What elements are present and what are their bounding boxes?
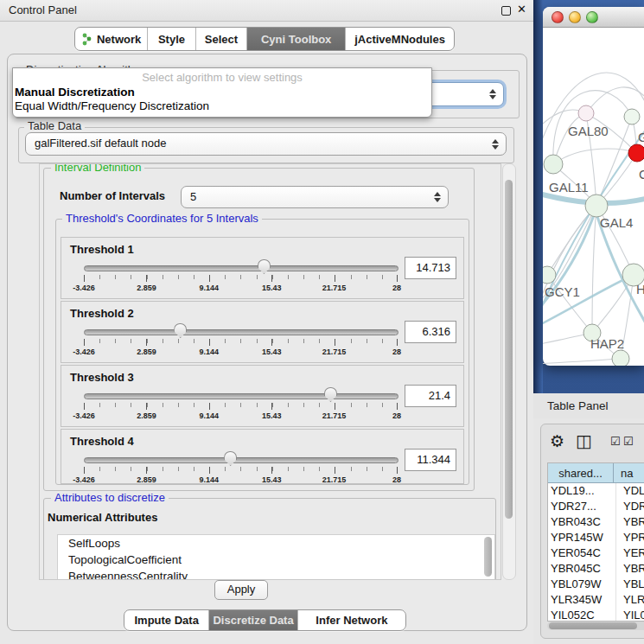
dropdown-option-manual-discretization[interactable]: Manual Discretization bbox=[15, 86, 135, 99]
slider-track[interactable] bbox=[84, 329, 399, 335]
node-gal11[interactable] bbox=[544, 155, 563, 174]
cell-name[interactable]: YDR2 bbox=[616, 499, 644, 514]
threshold-slider[interactable]: -3.426 2.859 9.144 15.43 21.715 28 bbox=[84, 324, 397, 359]
cell-shared-name[interactable]: YPR145W bbox=[548, 530, 616, 545]
node-label-gcy1: GCY1 bbox=[545, 284, 580, 299]
cell-shared-name[interactable]: YBL079W bbox=[548, 577, 616, 592]
horizontal-scrollbar[interactable] bbox=[547, 622, 644, 630]
cell-shared-name[interactable]: YER054C bbox=[548, 545, 616, 561]
slider-thumb[interactable] bbox=[174, 323, 187, 338]
number-of-intervals-combobox[interactable]: 5 bbox=[181, 186, 449, 208]
cell-shared-name[interactable]: YDR27... bbox=[548, 499, 616, 514]
network-window-titlebar[interactable] bbox=[543, 7, 644, 28]
interval-definition-group-title: Interval Definition bbox=[51, 163, 144, 174]
table-data-combobox[interactable]: galFiltered.sif default node bbox=[25, 132, 507, 156]
scrollbar-thumb[interactable] bbox=[505, 180, 513, 519]
slider-thumb[interactable] bbox=[324, 387, 337, 402]
tick-label: 2.859 bbox=[137, 284, 156, 292]
slider-tick-marks bbox=[84, 403, 398, 407]
tick-label: 28 bbox=[392, 411, 401, 420]
gear-icon[interactable]: ⚙ bbox=[550, 431, 564, 451]
tab-style[interactable]: Style bbox=[148, 28, 196, 50]
tick-label: -3.426 bbox=[73, 475, 95, 484]
float-window-icon[interactable] bbox=[501, 6, 511, 16]
close-icon[interactable]: ✕ bbox=[517, 3, 526, 16]
cell-name[interactable]: YBR0 bbox=[616, 561, 644, 577]
split-view-icon[interactable]: ◫ bbox=[576, 430, 592, 451]
dropdown-option-equal-width-frequency[interactable]: Equal Width/Frequency Discretization bbox=[15, 99, 209, 112]
cell-name[interactable]: YBR0 bbox=[616, 514, 644, 530]
table-row[interactable]: YBL079WYBL0 bbox=[548, 577, 644, 592]
threshold-value-field[interactable]: 6.316 bbox=[405, 321, 456, 343]
attributes-group-title: Attributes to discretize bbox=[51, 491, 169, 504]
threshold-slider[interactable]: -3.426 2.859 9.144 15.43 21.715 28 bbox=[84, 388, 397, 423]
slider-track[interactable] bbox=[84, 393, 399, 399]
table-row[interactable]: YER054CYER0 bbox=[548, 545, 644, 561]
column-header-shared-name[interactable]: shared... bbox=[548, 463, 614, 483]
cell-shared-name[interactable]: YDL19... bbox=[548, 483, 616, 499]
tab-jactivemnodules[interactable]: jActiveMNodules bbox=[346, 28, 454, 50]
list-item[interactable]: BetweennessCentrality bbox=[58, 568, 494, 580]
tick-label: 15.43 bbox=[262, 475, 282, 484]
table-header-row: shared... na bbox=[548, 463, 644, 483]
node-bottom[interactable] bbox=[612, 350, 629, 366]
scrollbar-thumb[interactable] bbox=[549, 622, 637, 629]
node-selected-red[interactable] bbox=[628, 144, 644, 162]
table-row[interactable]: YIL052CYIL0 bbox=[548, 608, 644, 622]
node-gal80[interactable] bbox=[578, 105, 594, 121]
tick-label: 9.144 bbox=[200, 475, 220, 484]
tab-impute-data[interactable]: Impute Data bbox=[124, 610, 209, 630]
threshold-value-field[interactable]: 11.344 bbox=[405, 449, 456, 471]
tab-network[interactable]: Network bbox=[75, 28, 148, 50]
table-row[interactable]: YLR345WYLR3 bbox=[548, 592, 644, 608]
thresholds-group: Threshold's Coordinates for 5 Intervals … bbox=[55, 219, 469, 485]
tab-select[interactable]: Select bbox=[196, 28, 247, 50]
cell-name[interactable]: YPR1 bbox=[616, 530, 644, 545]
list-item[interactable]: TopologicalCoefficient bbox=[58, 552, 494, 568]
table-row[interactable]: YPR145WYPR1 bbox=[548, 530, 644, 545]
tick-label: 21.715 bbox=[322, 475, 347, 484]
checked-checkbox-icon[interactable]: ☑ bbox=[623, 435, 634, 448]
table-row[interactable]: YDL19...YDL1 bbox=[548, 483, 644, 499]
slider-thumb[interactable] bbox=[224, 451, 237, 466]
tab-infer-network[interactable]: Infer Network bbox=[298, 610, 405, 630]
list-scrollbar[interactable] bbox=[484, 537, 492, 577]
column-header-name[interactable]: na bbox=[614, 463, 644, 483]
apply-button[interactable]: Apply bbox=[214, 580, 268, 600]
cell-shared-name[interactable]: YIL052C bbox=[548, 608, 616, 622]
slider-thumb[interactable] bbox=[258, 259, 271, 274]
minimize-traffic-light-icon[interactable] bbox=[569, 11, 581, 23]
threshold-value-field[interactable]: 21.4 bbox=[405, 385, 456, 407]
cell-shared-name[interactable]: YBR045C bbox=[548, 561, 616, 577]
node-label-ga: GA bbox=[638, 130, 644, 144]
threshold-slider[interactable]: -3.426 2.859 9.144 15.43 21.715 28 bbox=[84, 260, 397, 295]
threshold-label: Threshold 2 bbox=[70, 307, 134, 320]
node-gcy1[interactable] bbox=[543, 266, 556, 284]
threshold-value-field[interactable]: 14.713 bbox=[405, 257, 456, 279]
tab-discretize-data[interactable]: Discretize Data bbox=[209, 610, 297, 630]
cell-name[interactable]: YER0 bbox=[616, 545, 644, 561]
network-canvas[interactable]: GAL80 GA C GAL11 GAL4 GCY1 H HAP2 bbox=[543, 27, 644, 366]
tab-cyni-toolbox[interactable]: Cyni Toolbox bbox=[247, 28, 346, 50]
cell-name[interactable]: YDL1 bbox=[616, 483, 644, 499]
node-top-right[interactable] bbox=[624, 109, 640, 124]
cell-name[interactable]: YLR3 bbox=[616, 592, 644, 608]
cell-name[interactable]: YIL0 bbox=[616, 608, 644, 622]
numerical-attributes-list[interactable]: SelfLoops TopologicalCoefficient Between… bbox=[57, 534, 495, 580]
close-traffic-light-icon[interactable] bbox=[552, 11, 564, 23]
table-row[interactable]: YDR27...YDR2 bbox=[548, 499, 644, 514]
list-item[interactable]: SelfLoops bbox=[58, 535, 494, 552]
cyni-toolbox-panel: Discretization Algorithm Select algorith… bbox=[7, 54, 527, 631]
vertical-scrollbar[interactable] bbox=[502, 163, 516, 580]
threshold-slider[interactable]: -3.426 2.859 9.144 15.43 21.715 28 bbox=[84, 452, 397, 487]
cell-shared-name[interactable]: YBR043C bbox=[548, 514, 616, 530]
slider-track[interactable] bbox=[84, 457, 399, 463]
cell-name[interactable]: YBL0 bbox=[616, 577, 644, 592]
cell-shared-name[interactable]: YLR345W bbox=[548, 592, 616, 608]
table-row[interactable]: YBR043CYBR0 bbox=[548, 514, 644, 530]
checked-checkbox-icon[interactable]: ☑ bbox=[610, 435, 621, 448]
slider-track[interactable] bbox=[84, 265, 399, 271]
zoom-traffic-light-icon[interactable] bbox=[586, 11, 598, 23]
node-gal4[interactable] bbox=[585, 194, 608, 217]
table-row[interactable]: YBR045CYBR0 bbox=[548, 561, 644, 577]
